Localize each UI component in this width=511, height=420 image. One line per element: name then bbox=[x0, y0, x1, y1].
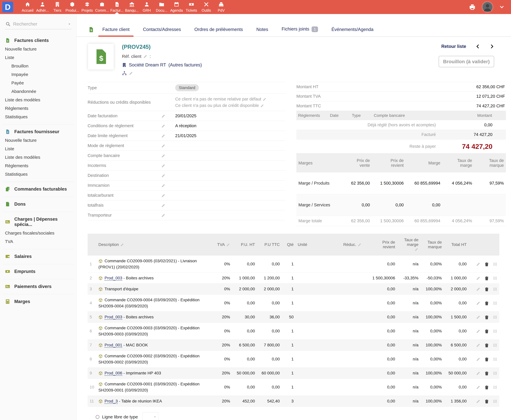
edit-pencil-icon[interactable] bbox=[161, 124, 165, 128]
product-link[interactable]: Prod_006 bbox=[104, 371, 122, 376]
drag-handle-icon[interactable] bbox=[493, 329, 497, 333]
nav-item-projets[interactable]: Projets bbox=[80, 0, 95, 14]
drag-handle-icon[interactable] bbox=[493, 315, 497, 319]
nav-item-outils[interactable]: Outils bbox=[199, 0, 214, 14]
edit-line-icon[interactable] bbox=[476, 399, 481, 404]
edit-line-icon[interactable] bbox=[476, 329, 481, 333]
delete-line-icon[interactable] bbox=[484, 357, 489, 362]
nav-item-banqu[interactable]: Banqu... bbox=[124, 0, 139, 14]
edit-line-icon[interactable] bbox=[476, 385, 481, 390]
nav-item-tiers[interactable]: Tiers bbox=[50, 0, 65, 14]
delete-line-icon[interactable] bbox=[484, 343, 489, 348]
search-input[interactable] bbox=[13, 21, 65, 27]
product-link[interactable]: Prod_003 bbox=[104, 315, 122, 320]
sidebar-item-liste-des-mod-les[interactable]: Liste des modèles bbox=[3, 96, 74, 104]
sidebar-section-title-commandes-facturables[interactable]: Commandes facturables bbox=[3, 185, 74, 194]
nav-item-adh-r[interactable]: Adhér... bbox=[35, 0, 50, 14]
sidebar-item-liste[interactable]: Liste bbox=[3, 145, 74, 153]
delete-line-icon[interactable] bbox=[484, 315, 489, 320]
tab-contacts-adresses[interactable]: Contacts/Adresses bbox=[136, 27, 188, 37]
sidebar-item-nouvelle-facture[interactable]: Nouvelle facture bbox=[3, 45, 74, 53]
sidebar-item-statistiques[interactable]: Statistiques bbox=[3, 170, 74, 179]
sidebar-item-r-glements[interactable]: Règlements bbox=[3, 162, 74, 170]
sidebar-section-title-factures-fournisseur[interactable]: $Factures fournisseur bbox=[3, 127, 74, 136]
sidebar-item-nouvelle-facture[interactable]: Nouvelle facture bbox=[3, 136, 74, 145]
product-link[interactable]: Prod_3 bbox=[104, 399, 118, 404]
sidebar-section-title-marges[interactable]: Marges bbox=[3, 297, 74, 306]
delete-line-icon[interactable] bbox=[484, 276, 489, 281]
sidebar-item-r-glements[interactable]: Règlements bbox=[3, 104, 74, 112]
edit-pencil-icon[interactable] bbox=[129, 71, 133, 75]
edit-pencil-icon[interactable] bbox=[161, 174, 165, 178]
edit-line-icon[interactable] bbox=[476, 276, 481, 280]
nav-item-factur[interactable]: $Factur... bbox=[110, 0, 124, 14]
nav-item-accueil[interactable]: Accueil bbox=[20, 0, 35, 14]
sidebar-section-title-factures-clients[interactable]: $Factures clients bbox=[3, 36, 74, 45]
chevron-down-icon[interactable] bbox=[499, 5, 504, 9]
chevron-left-icon[interactable] bbox=[475, 44, 480, 49]
nav-item-comm[interactable]: Comm... bbox=[95, 0, 110, 14]
edit-pencil-icon[interactable] bbox=[161, 164, 165, 168]
edit-pencil-icon[interactable] bbox=[161, 194, 165, 198]
app-logo[interactable]: D bbox=[2, 2, 13, 12]
delete-line-icon[interactable] bbox=[484, 287, 489, 292]
sidebar-item-liste-des-mod-les[interactable]: Liste des modèles bbox=[3, 153, 74, 162]
drag-handle-icon[interactable] bbox=[493, 301, 497, 305]
edit-line-icon[interactable] bbox=[476, 371, 481, 375]
edit-pencil-icon[interactable] bbox=[161, 154, 165, 158]
edit-line-icon[interactable] bbox=[476, 315, 481, 319]
drag-handle-icon[interactable] bbox=[493, 357, 497, 361]
sidebar-item-abandonn-e[interactable]: Abandonnée bbox=[3, 87, 74, 96]
chevron-right-icon[interactable] bbox=[489, 44, 494, 49]
sidebar-item-charges-fiscales-sociales[interactable]: Charges fiscales/sociales bbox=[3, 229, 74, 237]
sidebar-section-title-dons[interactable]: Dons bbox=[3, 200, 74, 209]
edit-pencil-icon[interactable] bbox=[260, 104, 264, 108]
nav-item-grh[interactable]: GRH bbox=[139, 0, 154, 14]
product-link[interactable]: Prod_001 bbox=[104, 343, 122, 348]
delete-line-icon[interactable] bbox=[484, 385, 489, 390]
sidebar-item-statistiques[interactable]: Statistiques bbox=[3, 112, 74, 121]
nav-item-tickets[interactable]: Tickets bbox=[184, 0, 199, 14]
edit-line-icon[interactable] bbox=[476, 301, 481, 305]
tab-notes[interactable]: Notes bbox=[250, 27, 275, 37]
delete-line-icon[interactable] bbox=[484, 301, 489, 306]
delete-line-icon[interactable] bbox=[484, 262, 489, 267]
tab-v-nements-agenda[interactable]: Événements/Agenda bbox=[325, 27, 380, 37]
search-caret-icon[interactable] bbox=[68, 22, 71, 26]
edit-pencil-icon[interactable] bbox=[226, 243, 230, 247]
drag-handle-icon[interactable] bbox=[493, 343, 497, 347]
free-line-radio[interactable] bbox=[96, 415, 99, 419]
drag-handle-icon[interactable] bbox=[493, 385, 497, 390]
free-line-type-select[interactable] bbox=[142, 412, 158, 420]
nav-item-docu[interactable]: Docu... bbox=[154, 0, 169, 14]
edit-pencil-icon[interactable] bbox=[120, 243, 124, 247]
drag-handle-icon[interactable] bbox=[493, 287, 497, 291]
sidebar-item-tva[interactable]: TVA bbox=[3, 237, 74, 246]
company-link[interactable]: Société Dream RT bbox=[129, 62, 166, 68]
delete-line-icon[interactable] bbox=[484, 371, 489, 376]
nav-item-produi[interactable]: Produi... bbox=[65, 0, 80, 14]
delete-line-icon[interactable] bbox=[484, 399, 489, 404]
edit-line-icon[interactable] bbox=[476, 287, 481, 291]
sidebar-section-title-emprunts[interactable]: Emprunts bbox=[3, 267, 74, 276]
edit-pencil-icon[interactable] bbox=[161, 144, 165, 148]
user-avatar[interactable] bbox=[482, 2, 493, 12]
edit-pencil-icon[interactable] bbox=[161, 203, 165, 208]
nav-item-pdv[interactable]: PdV bbox=[214, 0, 229, 14]
edit-pencil-icon[interactable] bbox=[263, 98, 267, 101]
edit-pencil-icon[interactable] bbox=[161, 134, 165, 138]
tab-facture-client[interactable]: Facture client bbox=[96, 27, 136, 37]
edit-pencil-icon[interactable] bbox=[358, 243, 362, 247]
sidebar-item-pay-e[interactable]: Payée bbox=[3, 79, 74, 87]
drag-handle-icon[interactable] bbox=[493, 276, 497, 280]
back-to-list-link[interactable]: Retour liste bbox=[441, 44, 466, 49]
sidebar-section-title-charges-d-penses-sp-cia[interactable]: Charges | Dépenses spécia... bbox=[3, 215, 74, 229]
nav-item-agenda[interactable]: Agenda bbox=[169, 0, 184, 14]
edit-pencil-icon[interactable] bbox=[415, 248, 418, 251]
drag-handle-icon[interactable] bbox=[493, 262, 497, 266]
tab-ordres-de-pr-l-vements[interactable]: Ordres de prélèvements bbox=[188, 27, 250, 37]
drag-handle-icon[interactable] bbox=[493, 371, 497, 375]
edit-pencil-icon[interactable] bbox=[143, 54, 148, 58]
sidebar-item-liste[interactable]: Liste bbox=[3, 53, 74, 62]
drag-handle-icon[interactable] bbox=[493, 399, 497, 404]
